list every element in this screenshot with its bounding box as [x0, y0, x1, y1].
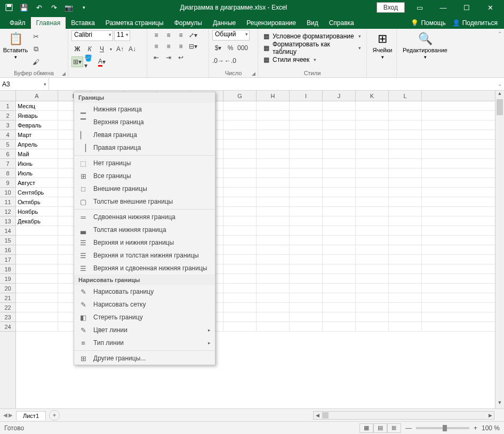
close-icon[interactable]: ✕	[478, 0, 502, 15]
cell[interactable]	[356, 245, 389, 254]
maximize-icon[interactable]: ☐	[455, 0, 478, 15]
cell[interactable]	[223, 245, 257, 254]
row-header[interactable]: 22	[0, 303, 15, 312]
underline-dropdown-icon[interactable]: ▾	[108, 44, 114, 54]
row-header[interactable]: 3	[0, 120, 15, 130]
cell[interactable]	[16, 312, 58, 322]
erase-border[interactable]: ◧Стереть границу	[74, 311, 215, 324]
row-header[interactable]: 8	[0, 168, 15, 178]
cell[interactable]	[389, 111, 422, 120]
row-header[interactable]: 5	[0, 140, 15, 149]
cell[interactable]	[257, 207, 290, 216]
cell[interactable]	[290, 216, 323, 226]
editing-button[interactable]: 🔍 Редактирование ▾	[400, 30, 450, 60]
cell[interactable]	[290, 303, 323, 312]
name-box[interactable]: A3	[0, 78, 49, 90]
format-painter-icon[interactable]: 🖌	[30, 57, 42, 67]
cell[interactable]	[389, 140, 422, 149]
cell[interactable]	[223, 274, 257, 283]
cell[interactable]	[223, 255, 257, 264]
align-top-icon[interactable]: ≡	[150, 30, 162, 41]
fill-color-icon[interactable]: 🪣▾	[84, 57, 95, 67]
cell[interactable]	[257, 284, 290, 293]
cell[interactable]	[290, 322, 323, 331]
column-header[interactable]: K	[356, 91, 389, 101]
bold-button[interactable]: Ж	[71, 44, 83, 54]
cell[interactable]	[356, 284, 389, 293]
cell[interactable]	[356, 207, 389, 216]
cell[interactable]: Январь	[16, 111, 58, 120]
cell[interactable]	[290, 188, 323, 197]
cell[interactable]: Июль	[16, 168, 58, 178]
cell[interactable]	[323, 245, 356, 254]
borders-button[interactable]: ⊞▾	[71, 57, 83, 67]
cell[interactable]	[323, 207, 356, 216]
minimize-icon[interactable]: —	[431, 0, 455, 15]
autosave-icon[interactable]	[2, 1, 16, 14]
login-button[interactable]: Вход	[377, 2, 405, 13]
cell[interactable]	[16, 236, 58, 245]
cell[interactable]	[323, 303, 356, 312]
cell[interactable]	[223, 293, 257, 302]
row-header[interactable]: 20	[0, 284, 15, 293]
border-top-double-bottom[interactable]: ☰Верхняя и сдвоенная нижняя границы	[74, 262, 215, 275]
page-break-view-icon[interactable]: ⊞	[387, 423, 401, 433]
cell[interactable]	[223, 284, 257, 293]
cell[interactable]	[356, 130, 389, 139]
cell[interactable]	[323, 168, 356, 178]
column-header[interactable]: J	[323, 91, 356, 101]
border-none[interactable]: ⬚Нет границы	[74, 157, 215, 170]
cell[interactable]	[16, 303, 58, 312]
cell[interactable]	[257, 168, 290, 178]
cell[interactable]	[323, 236, 356, 245]
accounting-icon[interactable]: $▾	[212, 43, 224, 53]
cell[interactable]	[389, 284, 422, 293]
cell[interactable]	[16, 245, 58, 254]
increase-font-icon[interactable]: A↑	[114, 44, 126, 54]
cell[interactable]	[223, 111, 257, 120]
cell[interactable]	[323, 284, 356, 293]
border-top-thick-bottom[interactable]: ☰Верхняя и толстая нижняя границы	[74, 249, 215, 262]
row-header[interactable]: 4	[0, 130, 15, 140]
collapse-ribbon-icon[interactable]: ⌃	[498, 31, 502, 37]
column-header[interactable]: G	[223, 91, 257, 101]
border-thick-outside[interactable]: ▢Толстые внешние границы	[74, 195, 215, 208]
percent-icon[interactable]: %	[225, 43, 236, 53]
font-color-icon[interactable]: A▾	[96, 57, 108, 67]
decrease-decimal-icon[interactable]: ←.0	[225, 55, 236, 66]
cell[interactable]	[290, 159, 323, 168]
cell[interactable]	[223, 226, 257, 235]
cell[interactable]	[389, 188, 422, 197]
cell[interactable]	[356, 236, 389, 245]
row-header[interactable]: 15	[0, 236, 15, 245]
cell[interactable]	[290, 207, 323, 216]
cell[interactable]	[257, 188, 290, 197]
cell[interactable]	[257, 178, 290, 187]
sheet-tab[interactable]: Лист1	[16, 411, 46, 420]
cell[interactable]	[323, 312, 356, 322]
cell[interactable]	[290, 284, 323, 293]
select-all-button[interactable]	[0, 91, 15, 101]
cell[interactable]	[290, 101, 323, 110]
row-header[interactable]: 24	[0, 322, 15, 332]
cell[interactable]	[323, 140, 356, 149]
align-middle-icon[interactable]: ≡	[163, 30, 174, 41]
cell[interactable]	[323, 255, 356, 264]
cell[interactable]: Май	[16, 149, 58, 158]
redo-icon[interactable]: ↷	[47, 1, 61, 14]
zoom-in-icon[interactable]: +	[474, 424, 477, 432]
line-style[interactable]: ≡Тип линии▸	[74, 336, 215, 349]
border-bottom[interactable]: ▁Нижняя граница	[74, 103, 215, 116]
cell[interactable]	[16, 274, 58, 283]
column-header[interactable]: H	[257, 91, 290, 101]
cell[interactable]	[290, 149, 323, 158]
cell[interactable]	[257, 120, 290, 130]
cell[interactable]: Август	[16, 178, 58, 187]
cell[interactable]: Апрель	[16, 140, 58, 149]
cell[interactable]	[223, 236, 257, 245]
border-top-bottom[interactable]: ☰Верхняя и нижняя границы	[74, 236, 215, 249]
tab-data[interactable]: Данные	[207, 17, 241, 29]
horizontal-scrollbar[interactable]: ◀ ▶	[313, 411, 494, 420]
border-all[interactable]: ⊞Все границы	[74, 170, 215, 182]
tab-file[interactable]: Файл	[4, 17, 31, 29]
